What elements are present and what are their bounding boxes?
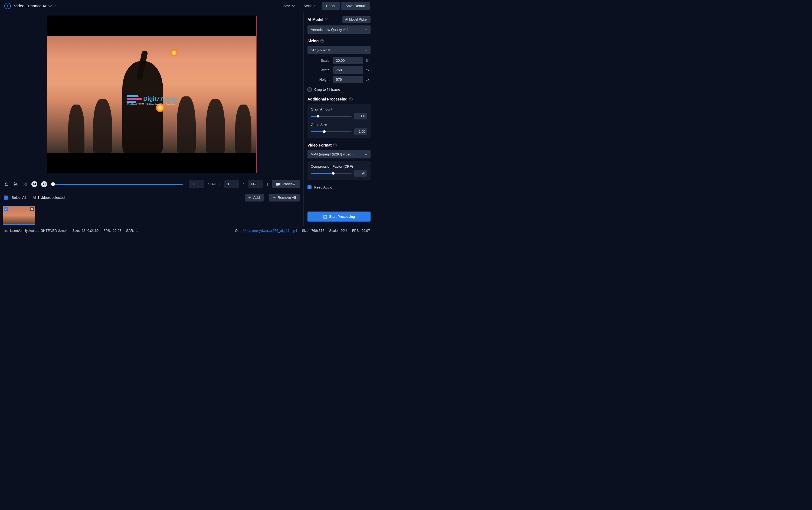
out-scale: 20% [340,229,347,233]
ai-model-selected: Artemis Low Quality [311,28,342,32]
grain-amount-slider[interactable] [311,116,352,117]
status-bar: In: Users/emilydwor...LIGHTENED-2.mp4 Si… [0,226,374,235]
crop-label: Crop to fill frame [314,87,340,91]
watermark-text: Digit77.com [143,95,177,103]
video-frame-image: Digit77.com Mac精品应用免费分享 | Mac Apps Free … [48,36,256,153]
app-version: v2.0.0 [49,4,57,8]
watermark: Digit77.com Mac精品应用免费分享 | Mac Apps Free … [126,95,177,106]
out-size-label: Size: [302,229,310,233]
out-size: 768x576 [311,229,324,233]
in-fps-label: FPS: [103,229,111,233]
range-close-bracket: ] [267,182,268,186]
in-size: 3840x2160 [82,229,98,233]
reload-icon[interactable] [4,181,9,187]
svg-marker-0 [7,5,9,7]
settings-sidebar: AI Model ? AI Model Picker Artemis Low Q… [303,12,374,226]
width-unit: px [366,68,370,72]
settings-link[interactable]: Settings [300,2,320,9]
cut-out-icon [22,181,28,187]
ai-model-picker-button[interactable]: AI Model Picker [342,16,370,23]
preview-frame[interactable]: Digit77.com Mac精品应用免费分享 | Mac Apps Free … [47,16,257,173]
help-icon[interactable]: ? [325,18,328,21]
ai-model-dropdown[interactable]: Artemis Low Quality v11 [307,25,370,34]
save-icon [323,215,327,219]
camera-icon [276,182,280,186]
step-forward-button[interactable] [41,181,47,187]
in-sar-label: SAR: [126,229,134,233]
format-title: Video Format [307,143,332,147]
crf-slider[interactable] [311,173,352,174]
selection-bar: Select All All 1 videos selected Add Rem… [0,191,303,204]
help-icon[interactable]: ? [349,97,353,101]
save-default-button[interactable]: Save Default [341,2,370,10]
grain-size-slider[interactable] [311,131,352,132]
slider-thumb[interactable] [323,130,326,133]
total-frames-label: / 149 [208,182,216,186]
playbar: / 149 [ : ] Preview [0,177,303,191]
timeline-thumb[interactable] [51,182,55,186]
range-start-input[interactable] [224,180,239,188]
step-back-button[interactable] [31,181,37,187]
plus-icon [248,196,251,199]
out-scale-label: Scale: [329,229,339,233]
add-video-button[interactable]: Add [245,194,264,201]
in-fps: 29.97 [113,229,121,233]
current-frame-input[interactable] [189,180,204,188]
thumbnail-checkbox[interactable] [4,207,8,211]
svg-marker-7 [43,183,44,185]
out-fps: 29.97 [362,229,370,233]
select-all-checkbox[interactable] [4,196,8,200]
slider-thumb[interactable] [332,172,335,175]
height-label: Height: [320,78,330,82]
app-title: Video Enhance AI [14,3,46,8]
in-sar: 1 [136,229,138,233]
ai-model-version: v11 [343,28,349,32]
processing-title: Additional Processing [307,97,348,101]
keep-audio-label: Keep Audio [314,185,332,189]
app-header: Video Enhance AI v2.0.0 23% Settings Res… [0,0,374,12]
width-input[interactable] [333,66,363,74]
in-label: In: [4,229,8,233]
height-input[interactable] [333,76,363,83]
timeline-slider[interactable] [53,183,183,185]
zoom-value: 23% [283,4,291,8]
ai-model-title: AI Model [307,17,323,22]
format-dropdown[interactable]: MP4 (mpeg4 (h264) video) [307,150,370,159]
svg-marker-10 [279,183,280,186]
crf-value[interactable] [354,170,367,177]
cut-in-icon[interactable] [13,181,19,187]
width-label: Width: [321,68,330,72]
crop-checkbox[interactable] [307,87,311,91]
add-label: Add [253,196,260,200]
slider-thumb[interactable] [317,115,320,117]
chevron-down-icon [365,49,367,52]
start-processing-button[interactable]: Start Processing [307,211,370,222]
sizing-preset-dropdown[interactable]: SD (768x576) [307,46,370,54]
reset-button[interactable]: Reset [322,2,340,10]
scale-input[interactable] [333,57,363,64]
grain-size-value[interactable] [354,129,367,135]
grain-amount-label: Grain Amount [311,107,367,111]
grain-amount-value[interactable] [354,113,367,119]
processing-panel: Grain Amount Grain Size [307,104,370,138]
preview-button[interactable]: Preview [272,180,300,188]
remove-all-button[interactable]: Remove All [269,194,300,201]
out-path-link[interactable]: Users/emilydwor...x576_alq-11.mp4 [243,229,297,233]
zoom-dropdown[interactable]: 23% [280,0,298,12]
video-thumbnail[interactable]: ✕ [3,206,35,225]
help-icon[interactable]: ? [333,144,337,147]
svg-marker-6 [34,183,36,185]
help-icon[interactable]: ? [320,39,324,43]
keep-audio-checkbox[interactable] [307,185,311,189]
app-logo-icon [4,3,11,9]
in-path: Users/emilydwor...LIGHTENED-2.mp4 [10,229,68,233]
chevron-down-icon [292,5,295,7]
out-fps-label: FPS: [352,229,360,233]
height-unit: px [366,78,370,82]
crf-panel: Compression Factor (CRF) [307,161,370,180]
minus-icon [273,196,275,199]
svg-rect-9 [276,183,279,186]
scale-unit: % [366,59,370,62]
thumbnail-close-icon[interactable]: ✕ [30,207,34,211]
range-end-input[interactable] [248,180,263,188]
